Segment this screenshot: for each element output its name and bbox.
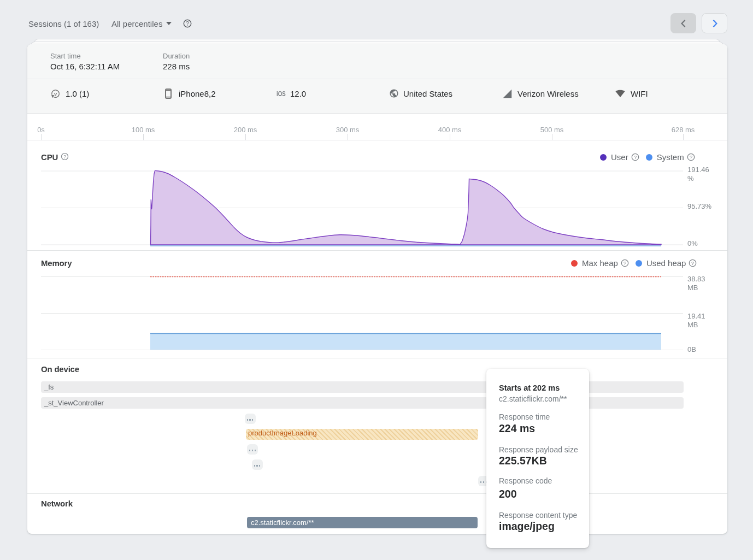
- svg-text:v: v: [54, 91, 57, 97]
- svg-text:?: ?: [186, 20, 189, 27]
